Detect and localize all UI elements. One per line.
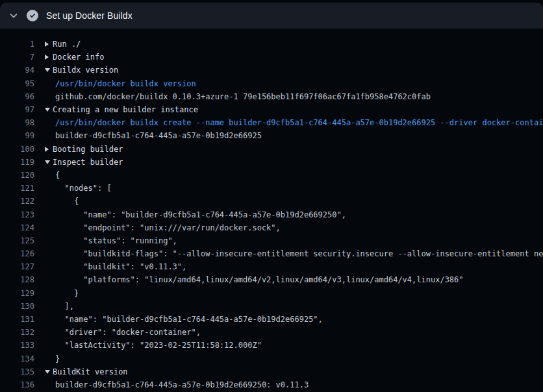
log-line[interactable]: 119Inspect builder [0,156,543,169]
group-label[interactable]: BuildKit version [53,367,128,376]
group-label[interactable]: Booting builder [53,145,123,154]
triangle-down-icon[interactable] [45,108,53,112]
output-text: "nodes": [ [55,184,112,193]
line-number[interactable]: 120 [0,171,34,180]
line-number[interactable]: 135 [0,367,34,376]
output-text: builder-d9cfb5a1-c764-445a-a57e-0b19d2e6… [55,380,309,389]
line-number[interactable]: 126 [0,249,34,258]
triangle-glyph [45,370,50,374]
log-line: 99builder-d9cfb5a1-c764-445a-a57e-0b19d2… [0,129,543,142]
log-line: 134} [0,352,543,365]
log-line[interactable]: 7Docker info [0,51,543,64]
triangle-glyph [45,147,49,152]
line-number[interactable]: 1 [0,40,34,49]
line-number[interactable]: 131 [0,315,34,324]
log-line: 124 "endpoint": "unix:///var/run/docker.… [0,221,543,234]
log-line[interactable]: 94Buildx version [0,64,543,77]
triangle-right-icon[interactable] [45,147,53,152]
triangle-down-icon[interactable] [45,68,53,72]
triangle-glyph [45,68,50,72]
log-line: 130 ], [0,300,543,313]
group-label[interactable]: Run ./ [53,40,81,49]
log-line[interactable]: 100Booting builder [0,143,543,156]
group-label[interactable]: Docker info [53,53,104,62]
line-number[interactable]: 133 [0,341,34,350]
line-number[interactable]: 99 [0,131,34,140]
output-text: "status": "running", [55,236,177,245]
line-number[interactable]: 125 [0,236,34,245]
line-number[interactable]: 134 [0,354,34,363]
line-number[interactable]: 97 [0,105,34,114]
output-text: "name": "builder-d9cfb5a1-c764-445a-a57e… [55,210,346,219]
line-number[interactable]: 121 [0,184,34,193]
group-label[interactable]: Creating a new builder instance [53,105,198,114]
line-number[interactable]: 124 [0,223,34,232]
output-text: { [55,197,79,206]
line-number[interactable]: 95 [0,79,34,88]
triangle-glyph [45,108,50,112]
output-text: "lastActivity": "2023-02-25T11:58:12.000… [55,341,262,350]
line-number[interactable]: 127 [0,262,34,271]
command-text: /usr/bin/docker buildx version [55,79,196,88]
log-line: 132 "driver": "docker-container", [0,326,543,339]
log-line: 128 "platforms": "linux/amd64,linux/amd6… [0,273,543,286]
log-line: 125 "status": "running", [0,234,543,247]
log-line[interactable]: 97Creating a new builder instance [0,103,543,116]
log-line[interactable]: 135BuildKit version [0,365,543,378]
step-title: Set up Docker Buildx [46,10,133,21]
triangle-down-icon[interactable] [45,160,53,164]
step-header[interactable]: Set up Docker Buildx [0,3,543,29]
output-text: github.com/docker/buildx 0.10.3+azure-1 … [55,92,431,101]
line-number[interactable]: 122 [0,197,34,206]
log-line: 98/usr/bin/docker buildx create --name b… [0,116,543,129]
line-number[interactable]: 130 [0,302,34,311]
log-line: 96github.com/docker/buildx 0.10.3+azure-… [0,90,543,103]
output-text: "buildkitd-flags": "--allow-insecure-ent… [55,249,543,258]
group-label[interactable]: Buildx version [53,66,118,75]
group-label[interactable]: Inspect builder [53,158,123,167]
log-line: 121 "nodes": [ [0,182,543,195]
log-line: 136builder-d9cfb5a1-c764-445a-a57e-0b19d… [0,378,543,391]
log-line: 129 } [0,287,543,300]
line-number[interactable]: 94 [0,66,34,75]
output-text: } [55,354,60,363]
log-line: 127 "buildkit": "v0.11.3", [0,260,543,273]
line-number[interactable]: 100 [0,145,34,154]
check-circle-icon [27,10,38,21]
line-number[interactable]: 96 [0,92,34,101]
log-line: 122 { [0,195,543,208]
log-line: 131 "name": "builder-d9cfb5a1-c764-445a-… [0,313,543,326]
line-number[interactable]: 7 [0,53,34,62]
line-number[interactable]: 136 [0,380,34,389]
output-text: "driver": "docker-container", [55,328,201,337]
output-text: "endpoint": "unix:///var/run/docker.sock… [55,223,281,232]
output-text: } [55,289,79,298]
log-view: 1Run ./7Docker info94Buildx version95/us… [0,29,543,391]
log-line: 120{ [0,169,543,182]
triangle-right-icon[interactable] [45,42,53,47]
output-text: ], [55,302,74,311]
log-line: 126 "buildkitd-flags": "--allow-insecure… [0,247,543,260]
line-number[interactable]: 128 [0,275,34,284]
triangle-glyph [45,42,49,47]
output-text: "name": "builder-d9cfb5a1-c764-445a-a57e… [55,315,323,324]
line-number[interactable]: 98 [0,118,34,127]
line-number[interactable]: 129 [0,289,34,298]
line-number[interactable]: 123 [0,210,34,219]
triangle-glyph [45,160,50,164]
log-line: 123 "name": "builder-d9cfb5a1-c764-445a-… [0,208,543,221]
output-text: "platforms": "linux/amd64,linux/amd64/v2… [55,275,464,284]
line-number[interactable]: 132 [0,328,34,337]
log-line: 133 "lastActivity": "2023-02-25T11:58:12… [0,339,543,352]
log-line[interactable]: 1Run ./ [0,38,543,51]
triangle-glyph [45,55,49,60]
chevron-down-icon[interactable] [9,11,18,20]
line-number[interactable]: 119 [0,158,34,167]
log-line: 95/usr/bin/docker buildx version [0,77,543,90]
output-text: "buildkit": "v0.11.3", [55,262,186,271]
command-text: /usr/bin/docker buildx create --name bui… [55,118,543,127]
triangle-down-icon[interactable] [45,370,53,374]
triangle-right-icon[interactable] [45,55,53,60]
output-text: { [55,171,60,180]
output-text: builder-d9cfb5a1-c764-445a-a57e-0b19d2e6… [55,131,262,140]
